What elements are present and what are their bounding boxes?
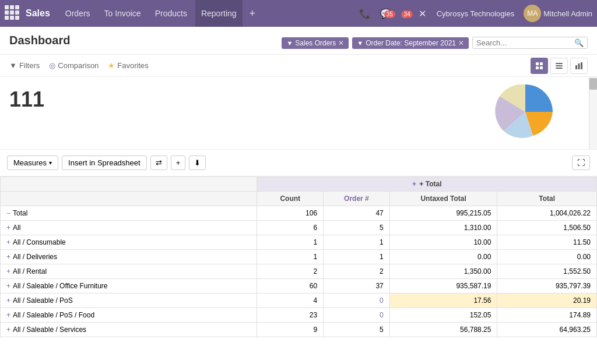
search-input[interactable] — [476, 38, 574, 47]
plus-icon[interactable]: + — [6, 296, 10, 305]
minus-icon[interactable]: − — [6, 209, 10, 217]
funnel-icon: ▼ — [286, 40, 293, 47]
cell-total: 64,963.25 — [497, 323, 597, 337]
cell-count: 2 — [257, 264, 324, 279]
cell-order: 5 — [324, 323, 390, 337]
svg-rect-4 — [556, 63, 563, 64]
svg-rect-6 — [556, 68, 563, 69]
col-order: Order # — [324, 192, 390, 206]
plus-icon[interactable]: + — [6, 253, 10, 261]
bar-view-button[interactable] — [570, 58, 588, 74]
cell-order: 2 — [324, 264, 390, 279]
download-button[interactable]: ⬇ — [189, 156, 206, 170]
activity-badge: 34 — [402, 10, 413, 18]
scroll-thumb[interactable] — [589, 78, 597, 90]
chevron-down-icon: ▾ — [49, 160, 52, 166]
cell-total: 20.19 — [497, 294, 597, 308]
list-view-button[interactable] — [550, 58, 568, 74]
cell-total: 174.89 — [497, 308, 597, 323]
cell-untaxed: 0.00 — [389, 250, 497, 264]
svg-rect-0 — [536, 62, 539, 65]
funnel-icon-2: ▼ — [357, 40, 363, 47]
cell-total: 0.00 — [497, 250, 597, 264]
cell-untaxed: 995,215.05 — [389, 206, 497, 221]
activity-icon[interactable]: ◷34 — [398, 8, 413, 19]
apps-grid-icon[interactable] — [5, 5, 21, 22]
search-icon[interactable]: 🔍 — [574, 38, 584, 47]
filter-tag-date[interactable]: ▼ Order Date: September 2021 ✕ — [352, 37, 469, 49]
kanban-view-button[interactable] — [531, 58, 548, 74]
filter-tag-sales-orders[interactable]: ▼ Sales Orders ✕ — [282, 37, 349, 49]
cell-count: 60 — [257, 279, 324, 294]
cell-count: 1 — [257, 235, 324, 250]
svg-rect-1 — [540, 62, 543, 65]
nav-to-invoice[interactable]: To Invoice — [99, 0, 147, 27]
svg-rect-8 — [578, 63, 580, 69]
plus-icon[interactable]: + — [6, 224, 10, 232]
plus-icon[interactable]: + — [412, 180, 416, 188]
filter-funnel-icon: ▼ — [9, 61, 17, 70]
nav-reporting[interactable]: Reporting — [195, 0, 243, 27]
row-label: Total — [13, 209, 27, 217]
table-row: +All / Consumable1110.0011.50 — [1, 235, 597, 250]
pie-chart — [472, 79, 580, 147]
plus-icon[interactable]: + — [6, 311, 10, 319]
wrench-icon[interactable]: ✕ — [415, 8, 430, 19]
col-count: Count — [257, 192, 324, 206]
phone-icon[interactable]: 📞 — [356, 8, 374, 19]
row-header — [1, 177, 257, 192]
nav-products[interactable]: Products — [149, 0, 193, 27]
company-name: Cybrosys Technologies — [437, 9, 514, 18]
col-untaxed: Untaxed Total — [389, 192, 497, 206]
fullscreen-button[interactable]: ⛶ — [572, 156, 590, 170]
insert-spreadsheet-button[interactable]: Insert in Spreadsheet — [62, 156, 147, 170]
table-row: +All / Deliveries110.000.00 — [1, 250, 597, 264]
nav-add-button[interactable]: + — [245, 8, 261, 20]
search-box[interactable]: 🔍 — [472, 37, 588, 49]
cell-total: 1,506.50 — [497, 221, 597, 235]
row-label: All / Saleable / Office Furniture — [13, 282, 108, 290]
avatar[interactable]: MA — [524, 5, 541, 22]
plus-icon[interactable]: + — [6, 282, 10, 290]
chat-icon[interactable]: 💬35 — [377, 8, 395, 19]
favorites-button[interactable]: ★ Favorites — [108, 61, 148, 70]
filter-tag-close-2[interactable]: ✕ — [458, 39, 464, 47]
measures-label: Measures — [13, 158, 47, 167]
user-name: Mitchell Admin — [543, 9, 592, 18]
cell-total: 1,004,026.22 — [497, 206, 597, 221]
nav-orders[interactable]: Orders — [59, 0, 96, 27]
row-label: All / Rental — [13, 267, 47, 275]
row-label: All / Deliveries — [13, 253, 57, 261]
table-row: +All / Saleable / Services9556,788.2564,… — [1, 323, 597, 337]
svg-rect-5 — [556, 65, 563, 66]
row-label: All / Saleable / PoS / Food — [13, 311, 94, 319]
plus-icon[interactable]: + — [6, 267, 10, 275]
cell-count: 4 — [257, 294, 324, 308]
cell-total: 11.50 — [497, 235, 597, 250]
table-row: +All / Saleable / PoS / Food230152.05174… — [1, 308, 597, 323]
cell-untaxed: 1,310.00 — [389, 221, 497, 235]
measures-button[interactable]: Measures ▾ — [7, 156, 58, 170]
cell-order: 0 — [324, 294, 390, 308]
page-title: Dashboard — [9, 34, 70, 52]
brand-label[interactable]: Sales — [26, 8, 50, 19]
table-row: +All / Saleable / PoS4017.5620.19 — [1, 294, 597, 308]
pivot-table-container: + + Total Count Order # Untaxed Total To… — [0, 176, 597, 364]
swap-axes-button[interactable]: ⇄ — [150, 156, 167, 170]
table-row: +All651,310.001,506.50 — [1, 221, 597, 235]
scrollbar-right[interactable] — [589, 77, 597, 149]
comparison-button[interactable]: ◎ Comparison — [49, 61, 99, 70]
plus-icon[interactable]: + — [6, 238, 10, 246]
filters-button[interactable]: ▼ Filters — [9, 61, 40, 70]
row-label: All — [13, 224, 20, 232]
cell-count: 23 — [257, 308, 324, 323]
expand-all-button[interactable]: + — [171, 156, 186, 170]
cell-untaxed: 1,350.00 — [389, 264, 497, 279]
plus-icon[interactable]: + — [6, 326, 10, 334]
view-buttons — [531, 58, 588, 74]
filter-tag-close-1[interactable]: ✕ — [338, 39, 344, 47]
cell-untaxed: 935,587.19 — [389, 279, 497, 294]
cell-count: 1 — [257, 250, 324, 264]
filter-tag-label: Sales Orders — [295, 39, 336, 47]
row-label: All / Consumable — [13, 238, 66, 246]
